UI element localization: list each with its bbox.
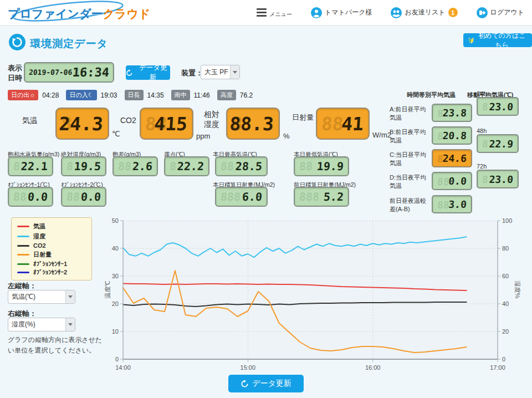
min-temp-lcd: 8819.9 bbox=[294, 156, 349, 176]
data-refresh-button[interactable]: データ更新 bbox=[126, 65, 170, 80]
temp-unit: ℃ bbox=[112, 130, 120, 138]
solar-lcd: 8841 bbox=[316, 108, 370, 140]
lcd-time: 88:8816:34 bbox=[72, 65, 110, 79]
top-nav: メニュー トマトパーク様 お友達リスト 1 ログアウト bbox=[257, 7, 524, 18]
moving-24h-label: 24h bbox=[477, 90, 487, 97]
prev-solar-total-lcd: 8885.2 bbox=[294, 187, 349, 207]
logout-label: ログアウト bbox=[490, 8, 524, 17]
svg-text:100: 100 bbox=[502, 217, 512, 224]
avg-row-b-lcd: 820.8 bbox=[432, 126, 472, 145]
svg-text:80: 80 bbox=[502, 245, 509, 252]
co2-label: CO2 bbox=[120, 115, 136, 125]
humidity-unit: % bbox=[283, 132, 290, 140]
dewpoint-lcd: 822.2 bbox=[164, 156, 209, 176]
chart-right-axis-title: 湿度% bbox=[513, 273, 521, 307]
app-logo[interactable]: プロファインダークラウド bbox=[6, 2, 133, 24]
data-refresh-label: データ更新 bbox=[136, 63, 170, 82]
hamburger-icon bbox=[257, 8, 267, 17]
environment-chart: 0102030405002040608010014:0015:0016:0017… bbox=[103, 216, 530, 378]
friends-icon bbox=[391, 7, 402, 18]
avg-row-d-lcd: 880.0 bbox=[432, 172, 472, 190]
avg-row-a-label: A:前日昼平均気温 bbox=[390, 105, 431, 122]
moving-48h-lcd: 822.9 bbox=[477, 134, 519, 153]
svg-text:17:00: 17:00 bbox=[490, 364, 505, 371]
menu-button[interactable]: メニュー bbox=[257, 7, 292, 18]
footer-refresh-button[interactable]: データ更新 bbox=[228, 375, 304, 392]
humidity-label: 相対湿度 bbox=[204, 109, 219, 129]
moving-24h-lcd: 823.0 bbox=[477, 97, 519, 116]
solar-noon-badge: 南中 bbox=[171, 90, 190, 100]
axis-help-text: グラフの縦軸方向に表示させたい単位を選択してください。 bbox=[8, 335, 105, 355]
refresh-icon bbox=[241, 380, 249, 388]
svg-text:0: 0 bbox=[115, 356, 119, 363]
temp-lcd: 824.3 bbox=[55, 108, 109, 140]
user-icon bbox=[311, 7, 322, 18]
legend-item-temp[interactable]: 気温 bbox=[17, 222, 86, 231]
legend-item-humidity[interactable]: 湿度 bbox=[17, 232, 86, 241]
datetime-lcd: 2019-07-06 88:8816:34 bbox=[24, 62, 114, 83]
moving-72h-label: 72h bbox=[477, 163, 487, 170]
footer-refresh-label: データ更新 bbox=[252, 379, 291, 389]
avg-row-e-lcd: 883.0 bbox=[432, 195, 472, 213]
svg-text:16:00: 16:00 bbox=[365, 364, 381, 371]
chart-legend: 気温 湿度 CO2 日射量 ｵﾌﾟｼｮﾝｾﾝｻｰ1 ｵﾌﾟｼｮﾝｾﾝｻｰ2 bbox=[11, 217, 92, 280]
solar-label: 日射量 bbox=[292, 113, 314, 123]
svd-lcd: 822.1 bbox=[8, 156, 53, 176]
legend-swatch bbox=[17, 254, 29, 256]
page-title: 環境測定データ bbox=[30, 37, 108, 51]
altitude-badge: 高度 bbox=[217, 90, 236, 100]
svg-text:20: 20 bbox=[112, 300, 119, 307]
solar-unit: W/m2 bbox=[372, 131, 391, 139]
user-account[interactable]: トマトパーク様 bbox=[311, 7, 372, 18]
beginner-guide-label: 初めての方はこちら bbox=[477, 31, 527, 50]
logo-text: プロファインダークラウド bbox=[8, 6, 150, 22]
avg-row-b-label: B:前日夜平均気温 bbox=[390, 128, 431, 145]
right-axis-select[interactable]: 湿度(%) bbox=[8, 318, 75, 331]
solar-noon-value: 11:46 bbox=[194, 91, 210, 99]
svg-text:0: 0 bbox=[502, 356, 505, 363]
svg-text:10: 10 bbox=[112, 328, 119, 335]
option-sensor2-lcd: 880.0 bbox=[61, 187, 106, 207]
svg-text:30: 30 bbox=[112, 273, 119, 279]
daylength-badge: 日長 bbox=[125, 90, 144, 100]
sunset-value: 19:03 bbox=[101, 91, 117, 99]
beginner-guide-button[interactable]: 初めての方はこちら bbox=[463, 33, 532, 47]
option-sensor1-lcd: 880.0 bbox=[8, 187, 53, 207]
chevron-down-icon bbox=[230, 65, 239, 79]
temp-label: 気温 bbox=[22, 115, 38, 125]
co2-lcd: 88415 bbox=[140, 108, 193, 140]
sunrise-value: 04:28 bbox=[42, 91, 59, 99]
legend-swatch bbox=[17, 226, 29, 227]
co2-value: 415 bbox=[140, 109, 193, 139]
friends-list-button[interactable]: お友達リスト 1 bbox=[391, 7, 457, 18]
avg-row-d-label: D:当日夜平均気温 bbox=[390, 174, 431, 190]
daylength-value: 14:35 bbox=[147, 91, 164, 99]
svg-text:20: 20 bbox=[502, 328, 509, 335]
app-root: プロファインダークラウド メニュー トマトパーク様 お友達リスト 1 ログアウト bbox=[0, 0, 532, 398]
svg-text:40: 40 bbox=[112, 245, 119, 252]
logout-button[interactable]: ログアウト bbox=[477, 7, 524, 18]
friends-label: お友達リスト bbox=[405, 8, 445, 17]
vpd-lcd: 882.6 bbox=[112, 156, 158, 176]
humidity-lcd: 888.3 bbox=[226, 108, 280, 140]
solar-value: 41 bbox=[316, 109, 370, 139]
svg-text:40: 40 bbox=[502, 300, 509, 307]
svg-text:60: 60 bbox=[502, 273, 509, 279]
left-axis-select[interactable]: 気温(℃) bbox=[8, 290, 75, 304]
legend-swatch bbox=[17, 263, 29, 265]
legend-item-option2[interactable]: ｵﾌﾟｼｮﾝｾﾝｻｰ2 bbox=[17, 269, 86, 275]
legend-item-co2[interactable]: CO2 bbox=[17, 242, 86, 249]
period-avg-title: 時間帯別平均気温 bbox=[407, 91, 456, 99]
beginner-mark-icon bbox=[468, 37, 474, 44]
display-datetime-label: 表示 日時 bbox=[8, 63, 22, 83]
temp-value: 24.3 bbox=[55, 109, 109, 139]
avg-row-c-label: C:当日昼平均気温 bbox=[390, 151, 431, 167]
device-select[interactable]: 大玉 PF bbox=[201, 65, 240, 79]
sunset-badge: 日の入☾ bbox=[66, 90, 96, 100]
refresh-icon bbox=[126, 69, 133, 76]
svg-text:15:00: 15:00 bbox=[241, 364, 256, 371]
sunrise-badge: 日の出☼ bbox=[8, 90, 38, 100]
legend-item-option1[interactable]: ｵﾌﾟｼｮﾝｾﾝｻｰ1 bbox=[17, 261, 86, 267]
max-temp-lcd: 8828.5 bbox=[215, 156, 268, 176]
legend-item-solar[interactable]: 日射量 bbox=[17, 251, 86, 259]
